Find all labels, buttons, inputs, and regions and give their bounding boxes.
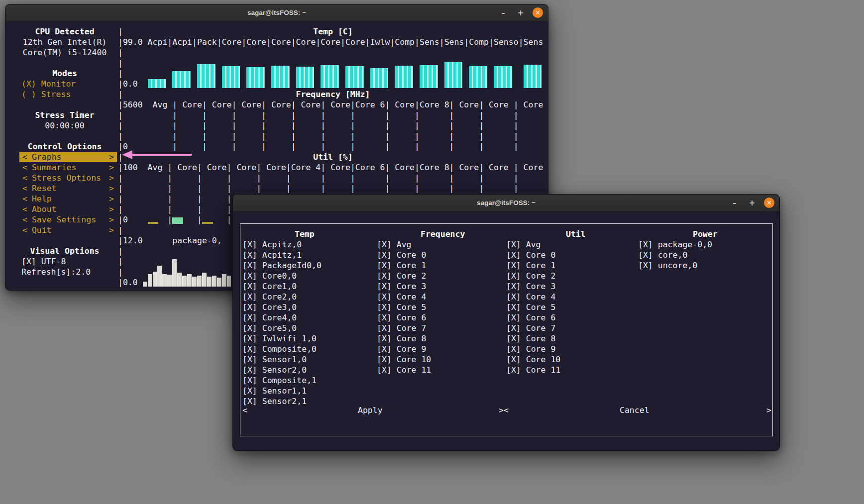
desktop: { "desktop": { "background_color": "#828… — [0, 0, 864, 504]
checkbox-util-core-6[interactable]: [X] Core 6 — [506, 312, 560, 323]
temp-bar — [172, 71, 191, 88]
menu-item-summaries[interactable]: <Summaries> — [19, 162, 117, 173]
control-options-heading: Control Options — [11, 141, 118, 152]
menu-item-about[interactable]: <About> — [19, 204, 117, 214]
checkbox-frequency-core-2[interactable]: [X] Core 2 — [377, 271, 431, 281]
maximize-button-icon[interactable]: + — [747, 198, 757, 208]
checkbox-frequency-core-4[interactable]: [X] Core 4 — [377, 292, 431, 302]
checkbox-temp-sensor1-1[interactable]: [X] Sensor1,1 — [242, 386, 322, 396]
window-graph-controls: sagar@itsFOSS: ~ – + ✕ TempFrequencyUtil… — [232, 194, 780, 451]
minimize-button-icon[interactable]: – — [729, 198, 740, 208]
checkbox-frequency-core-3[interactable]: [X] Core 3 — [377, 281, 431, 292]
close-button-icon[interactable]: ✕ — [533, 7, 543, 18]
checkbox-power-uncore-0[interactable]: [X] uncore,0 — [638, 260, 712, 271]
menu-item-reset[interactable]: <Reset> — [19, 183, 117, 194]
temp-bar — [524, 65, 542, 88]
menu-item-stress-options[interactable]: <Stress Options> — [19, 173, 117, 183]
checkbox-temp-composite-0[interactable]: [X] Composite,0 — [242, 344, 322, 354]
checkbox-util-core-1[interactable]: [X] Core 1 — [506, 260, 560, 271]
checkbox-util-avg[interactable]: [X] Avg — [506, 239, 560, 250]
checkbox-temp-acpitz-0[interactable]: [X] Acpitz,0 — [242, 239, 322, 250]
checkbox-temp-core1-0[interactable]: [X] Core1,0 — [242, 281, 322, 292]
scroll-right[interactable]: > — [766, 405, 771, 415]
checkbox-util-core-10[interactable]: [X] Core 10 — [506, 354, 560, 365]
checkbox-frequency-core-1[interactable]: [X] Core 1 — [377, 260, 431, 271]
column-list-util: [X] Avg[X] Core 0[X] Core 1[X] Core 2[X]… — [506, 239, 560, 375]
terminal-line: | — [118, 58, 123, 68]
checkbox-util-core-7[interactable]: [X] Core 7 — [506, 323, 560, 333]
checkbox-frequency-core-9[interactable]: [X] Core 9 — [377, 344, 431, 354]
bracket-open: < — [22, 162, 27, 173]
refresh-setting[interactable]: Refresh[s]:2.0 — [11, 267, 118, 277]
mode-stress-radio[interactable]: ( ) Stress — [11, 89, 118, 100]
temp-bar — [197, 64, 216, 88]
maximize-button-icon[interactable]: + — [515, 7, 526, 18]
checkbox-temp-sensor1-0[interactable]: [X] Sensor1,0 — [242, 354, 322, 365]
titlebar[interactable]: sagar@itsFOSS: ~ – + ✕ — [233, 195, 779, 211]
checkbox-frequency-core-8[interactable]: [X] Core 8 — [377, 333, 431, 344]
checkbox-temp-iwlwifi-1-0[interactable]: [X] Iwlwifi_1,0 — [242, 333, 322, 344]
menu-item-quit[interactable]: <Quit> — [19, 225, 117, 235]
checkbox-util-core-4[interactable]: [X] Core 4 — [506, 292, 560, 302]
checkbox-temp-acpitz-1[interactable]: [X] Acpitz,1 — [242, 250, 322, 260]
checkbox-util-core-5[interactable]: [X] Core 5 — [506, 302, 560, 312]
checkbox-frequency-core-0[interactable]: [X] Core 0 — [377, 250, 431, 260]
checkbox-frequency-core-7[interactable]: [X] Core 7 — [377, 323, 431, 333]
checkbox-temp-core4-0[interactable]: [X] Core4,0 — [242, 312, 322, 323]
mode-monitor-radio[interactable]: (X) Monitor — [11, 79, 118, 89]
stress-timer-heading: Stress Timer — [11, 110, 118, 120]
checkbox-temp-core2-0[interactable]: [X] Core2,0 — [242, 292, 322, 302]
checkbox-frequency-avg[interactable]: [X] Avg — [377, 239, 431, 250]
checkbox-util-core-9[interactable]: [X] Core 9 — [506, 344, 560, 354]
menu-item-label: Summaries — [27, 162, 109, 173]
checkbox-temp-packageid0-0[interactable]: [X] PackageId0,0 — [242, 260, 322, 271]
terminal-line: | — [118, 246, 123, 256]
terminal-line: | — [118, 267, 123, 277]
checkbox-frequency-core-5[interactable]: [X] Core 5 — [377, 302, 431, 312]
apply-button[interactable]: Apply — [358, 405, 383, 415]
checkbox-util-core-11[interactable]: [X] Core 11 — [506, 365, 560, 375]
power-bar — [192, 277, 197, 287]
column-header-temp: Temp — [295, 229, 315, 239]
power-bar — [162, 274, 167, 287]
bracket-close: > — [109, 194, 114, 204]
temp-bar — [444, 62, 463, 88]
spacer — [11, 100, 118, 110]
cancel-button[interactable]: Cancel — [620, 405, 649, 415]
checkbox-temp-core3-0[interactable]: [X] Core3,0 — [242, 302, 322, 312]
utf8-checkbox[interactable]: [X] UTF-8 — [11, 256, 118, 267]
cpu-model-line-1: 12th Gen Intel(R) — [11, 37, 118, 47]
scroll-marker[interactable]: >< — [499, 405, 509, 415]
checkbox-temp-composite-1[interactable]: [X] Composite,1 — [242, 375, 322, 386]
menu-item-help[interactable]: <Help> — [19, 194, 117, 204]
spacer — [11, 131, 118, 141]
checkbox-power-core-0[interactable]: [X] core,0 — [638, 250, 712, 260]
window-title: sagar@itsFOSS: ~ — [247, 9, 306, 16]
close-button-icon[interactable]: ✕ — [764, 198, 774, 208]
terminal-line: | | | | | | | | | | | | | — [118, 173, 543, 183]
titlebar[interactable]: sagar@itsFOSS: ~ – + ✕ — [5, 4, 548, 21]
menu-item-graphs[interactable]: <Graphs> — [19, 152, 117, 162]
checkbox-util-core-0[interactable]: [X] Core 0 — [506, 250, 560, 260]
chart-plot-frequency: | | | | | | | | | | | | | | | | | | | | … — [118, 110, 548, 152]
temp-bar — [246, 67, 265, 88]
checkbox-temp-core0-0[interactable]: [X] Core0,0 — [242, 271, 322, 281]
minimize-button-icon[interactable]: – — [498, 7, 509, 18]
checkbox-frequency-core-6[interactable]: [X] Core 6 — [377, 312, 431, 323]
column-list-temp: [X] Acpitz,0[X] Acpitz,1[X] PackageId0,0… — [242, 239, 322, 406]
checkbox-frequency-core-10[interactable]: [X] Core 10 — [377, 354, 431, 365]
menu-item-save-settings[interactable]: <Save Settings> — [19, 214, 117, 225]
power-bar — [222, 274, 226, 287]
terminal-line: | | | | | | | | | | | | | — [118, 183, 543, 194]
checkbox-temp-sensor2-1[interactable]: [X] Sensor2,1 — [242, 396, 322, 406]
menu-item-label: Help — [27, 194, 109, 204]
checkbox-util-core-2[interactable]: [X] Core 2 — [506, 271, 560, 281]
cpu-detected-heading: CPU Detected — [11, 26, 118, 37]
checkbox-temp-sensor2-0[interactable]: [X] Sensor2,0 — [242, 365, 322, 375]
checkbox-temp-core5-0[interactable]: [X] Core5,0 — [242, 323, 322, 333]
checkbox-util-core-8[interactable]: [X] Core 8 — [506, 333, 560, 344]
checkbox-frequency-core-11[interactable]: [X] Core 11 — [377, 365, 431, 375]
checkbox-util-core-3[interactable]: [X] Core 3 — [506, 281, 560, 292]
scroll-left[interactable]: < — [242, 405, 247, 415]
checkbox-power-package-0-0[interactable]: [X] package-0,0 — [638, 239, 712, 250]
